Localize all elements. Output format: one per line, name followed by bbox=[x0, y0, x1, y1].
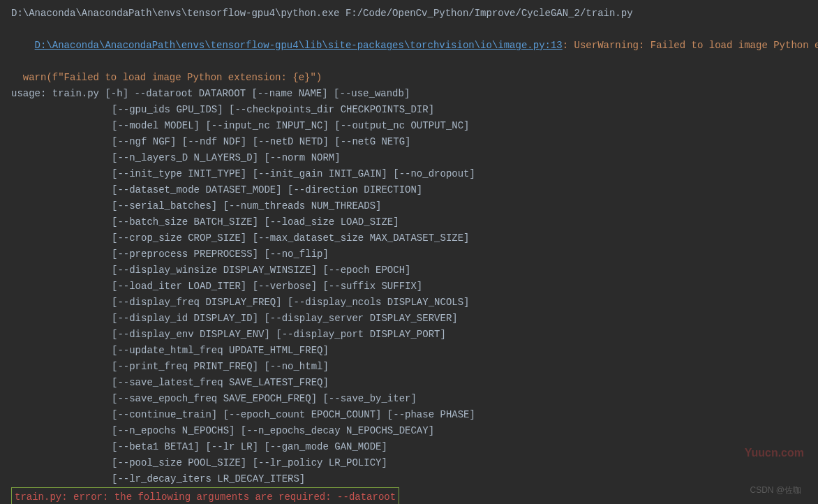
warn-detail-line: warn(f"Failed to load image Python exten… bbox=[11, 70, 807, 86]
usage-line: [--dataset_mode DATASET_MODE] [--directi… bbox=[11, 182, 807, 198]
usage-line: [--update_html_freq UPDATE_HTML_FREQ] bbox=[11, 343, 807, 359]
command-line: D:\Anaconda\AnacondaPath\envs\tensorflow… bbox=[11, 6, 807, 22]
console-output: D:\Anaconda\AnacondaPath\envs\tensorflow… bbox=[11, 6, 807, 504]
usage-line: [--continue_train] [--epoch_count EPOCH_… bbox=[11, 407, 807, 423]
usage-line: [--model MODEL] [--input_nc INPUT_NC] [-… bbox=[11, 118, 807, 134]
watermark-site: Yuucn.com bbox=[745, 445, 804, 461]
usage-line: [--gpu_ids GPU_IDS] [--checkpoints_dir C… bbox=[11, 102, 807, 118]
usage-line: [--serial_batches] [--num_threads NUM_TH… bbox=[11, 198, 807, 214]
usage-line: [--display_id DISPLAY_ID] [--display_ser… bbox=[11, 311, 807, 327]
usage-line: [--batch_size BATCH_SIZE] [--load_size L… bbox=[11, 214, 807, 230]
usage-line: [--pool_size POOL_SIZE] [--lr_policy LR_… bbox=[11, 455, 807, 471]
usage-line: [--crop_size CROP_SIZE] [--max_dataset_s… bbox=[11, 230, 807, 246]
usage-line: [--preprocess PREPROCESS] [--no_flip] bbox=[11, 246, 807, 262]
watermark-csdn: CSDN @佐咖 bbox=[750, 482, 801, 498]
usage-line: [--lr_decay_iters LR_DECAY_ITERS] bbox=[11, 471, 807, 487]
usage-line: [--display_env DISPLAY_ENV] [--display_p… bbox=[11, 327, 807, 343]
usage-line: [--display_freq DISPLAY_FREQ] [--display… bbox=[11, 295, 807, 311]
usage-line: [--save_latest_freq SAVE_LATEST_FREQ] bbox=[11, 375, 807, 391]
usage-line: [--ngf NGF] [--ndf NDF] [--netD NETD] [-… bbox=[11, 134, 807, 150]
error-message: train.py: error: the following arguments… bbox=[11, 487, 399, 504]
warning-line: D:\Anaconda\AnacondaPath\envs\tensorflow… bbox=[11, 22, 807, 70]
usage-line: [--load_iter LOAD_ITER] [--verbose] [--s… bbox=[11, 279, 807, 295]
usage-line: [--print_freq PRINT_FREQ] [--no_html] bbox=[11, 359, 807, 375]
user-warning: : UserWarning: Failed to load image Pyth… bbox=[563, 40, 818, 51]
usage-line: [--save_epoch_freq SAVE_EPOCH_FREQ] [--s… bbox=[11, 391, 807, 407]
usage-line: [--init_type INIT_TYPE] [--init_gain INI… bbox=[11, 166, 807, 182]
file-path-link[interactable]: D:\Anaconda\AnacondaPath\envs\tensorflow… bbox=[35, 40, 563, 51]
usage-line: [--n_layers_D N_LAYERS_D] [--norm NORM] bbox=[11, 150, 807, 166]
usage-line: [--beta1 BETA1] [--lr LR] [--gan_mode GA… bbox=[11, 439, 807, 455]
usage-line: [--display_winsize DISPLAY_WINSIZE] [--e… bbox=[11, 262, 807, 279]
usage-header: usage: train.py [-h] --dataroot DATAROOT… bbox=[11, 86, 807, 102]
usage-line: [--n_epochs N_EPOCHS] [--n_epochs_decay … bbox=[11, 423, 807, 439]
